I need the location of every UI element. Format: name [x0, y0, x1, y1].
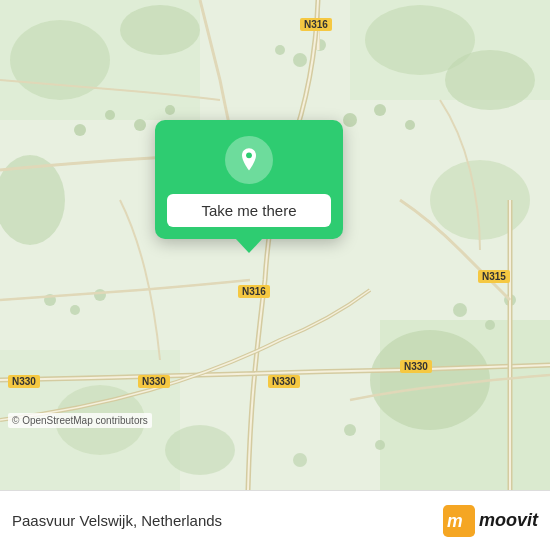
road-label-n330-mid-left: N330	[138, 375, 170, 388]
location-pin-icon	[235, 146, 263, 174]
svg-point-19	[374, 104, 386, 116]
moovit-logo: m moovit	[443, 505, 538, 537]
road-label-n315: N315	[478, 270, 510, 283]
svg-point-21	[293, 53, 307, 67]
road-label-n330-left: N330	[8, 375, 40, 388]
location-icon-circle	[225, 136, 273, 184]
svg-point-11	[370, 330, 490, 430]
popup-card: Take me there	[155, 120, 343, 239]
svg-point-32	[293, 453, 307, 467]
svg-point-25	[70, 305, 80, 315]
moovit-icon: m	[443, 505, 475, 537]
svg-point-28	[485, 320, 495, 330]
map-container[interactable]: N316 N316 N315 N330 N330 N330 N330 Take …	[0, 0, 550, 490]
bottom-bar: Paasvuur Velswijk, Netherlands m moovit	[0, 490, 550, 550]
svg-point-8	[445, 50, 535, 110]
svg-point-18	[343, 113, 357, 127]
svg-point-14	[74, 124, 86, 136]
road-label-n316-mid: N316	[238, 285, 270, 298]
svg-point-26	[94, 289, 106, 301]
svg-point-16	[134, 119, 146, 131]
svg-text:m: m	[447, 511, 463, 531]
moovit-text: moovit	[479, 510, 538, 531]
road-label-n330-mid: N330	[268, 375, 300, 388]
svg-point-6	[120, 5, 200, 55]
svg-point-23	[275, 45, 285, 55]
copyright-text: © OpenStreetMap contributors	[8, 413, 152, 428]
take-me-there-button[interactable]: Take me there	[167, 194, 331, 227]
svg-point-27	[453, 303, 467, 317]
svg-point-35	[246, 152, 252, 158]
svg-point-15	[105, 110, 115, 120]
svg-point-30	[344, 424, 356, 436]
location-label: Paasvuur Velswijk, Netherlands	[12, 512, 222, 529]
road-label-n330-right: N330	[400, 360, 432, 373]
svg-point-17	[165, 105, 175, 115]
svg-point-20	[405, 120, 415, 130]
svg-point-31	[375, 440, 385, 450]
road-label-n316-top: N316	[300, 18, 332, 31]
svg-point-13	[165, 425, 235, 475]
